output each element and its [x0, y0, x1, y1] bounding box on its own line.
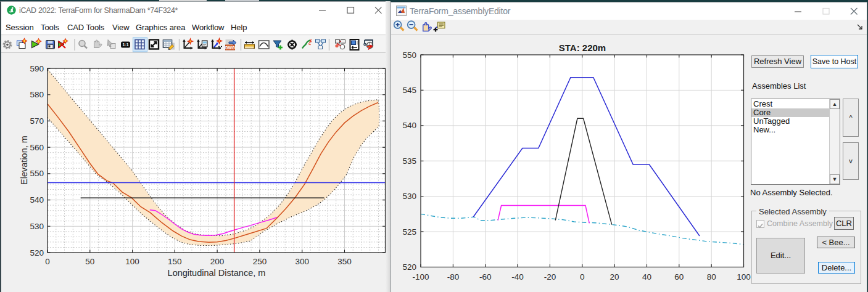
svg-text:-20: -20 [544, 272, 556, 282]
svg-text:545: 545 [402, 86, 416, 95]
svg-text:40: 40 [642, 272, 651, 282]
svg-text:STA: 220m: STA: 220m [559, 43, 606, 53]
svg-text:-100: -100 [412, 272, 429, 282]
svg-text:-80: -80 [447, 272, 460, 282]
svg-text:100: 100 [737, 272, 751, 282]
svg-text:540: 540 [402, 121, 416, 130]
svg-text:80: 80 [707, 272, 716, 282]
svg-text:525: 525 [402, 227, 416, 237]
svg-text:60: 60 [674, 272, 684, 282]
svg-text:530: 530 [402, 192, 416, 201]
svg-text:-40: -40 [511, 272, 524, 282]
svg-text:520: 520 [402, 262, 416, 272]
svg-text:20: 20 [610, 272, 619, 282]
svg-text:-60: -60 [479, 272, 492, 282]
svg-text:550: 550 [402, 51, 416, 60]
svg-text:0: 0 [580, 272, 585, 282]
svg-text:535: 535 [402, 156, 416, 166]
